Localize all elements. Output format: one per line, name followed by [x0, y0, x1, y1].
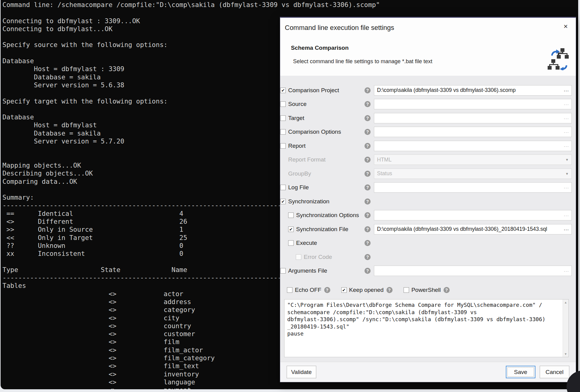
comparison-options-input[interactable]: ... — [374, 127, 572, 137]
validate-button[interactable]: Validate — [287, 366, 316, 378]
bat-options-row: Echo OFF ? ✔ Keep opened ? PowerShell ? — [287, 284, 461, 296]
browse-icon[interactable]: ... — [564, 100, 569, 107]
report-checkbox[interactable] — [280, 143, 286, 149]
browse-icon[interactable]: ... — [564, 87, 569, 93]
comparison-options-checkbox[interactable] — [280, 129, 286, 135]
browse-icon[interactable]: ... — [564, 226, 569, 232]
powershell-option: PowerShell ? — [404, 287, 450, 293]
log-file-checkbox[interactable] — [280, 185, 286, 190]
row-execute: Execute ? — [280, 236, 576, 250]
help-icon[interactable]: ? — [364, 87, 371, 93]
check-icon: ✔ — [281, 199, 285, 204]
powershell-checkbox[interactable] — [404, 287, 409, 293]
comparison-options-label: Comparison Options — [288, 129, 341, 135]
error-code-label: Error Code — [304, 254, 332, 260]
help-icon[interactable]: ? — [364, 184, 371, 191]
source-label: Source — [288, 101, 306, 107]
row-comparison-project: ✔ Comparison Project ? D:\comp\sakila (d… — [280, 83, 576, 97]
browse-icon[interactable]: ... — [564, 184, 569, 190]
cancel-button[interactable]: Cancel — [540, 366, 569, 378]
report-label: Report — [288, 143, 306, 149]
row-synchronization: ✔ Synchronization ? — [280, 194, 576, 209]
help-icon[interactable]: ? — [364, 171, 371, 177]
comparison-project-input[interactable]: D:\comp\sakila (dbfmylast-3309 vs dbfmyl… — [374, 85, 572, 96]
bat-file-text-area[interactable]: "C:\Program Files\Devart\dbForge Schema … — [284, 299, 569, 357]
keep-opened-option: ✔ Keep opened ? — [341, 287, 393, 293]
scrollbar[interactable]: ▲ ▼ — [563, 299, 568, 357]
section-description: Select command line file settings to man… — [293, 58, 432, 65]
row-log-file: Log File ? ... — [280, 181, 576, 195]
target-checkbox[interactable] — [280, 115, 286, 121]
keep-opened-label: Keep opened — [349, 287, 384, 293]
row-report-format: Report Format ? HTML▼ — [280, 153, 576, 167]
browse-icon[interactable]: ... — [564, 128, 569, 134]
row-comparison-options: Comparison Options ? ... — [280, 125, 576, 139]
help-icon[interactable]: ? — [364, 254, 371, 260]
log-file-input[interactable]: ... — [374, 182, 572, 193]
comparison-project-label: Comparison Project — [288, 87, 339, 94]
settings-rows: ✔ Comparison Project ? D:\comp\sakila (d… — [280, 83, 576, 278]
arguments-file-checkbox[interactable] — [280, 268, 286, 274]
help-icon[interactable]: ? — [364, 268, 371, 274]
log-file-label: Log File — [288, 184, 309, 191]
source-checkbox[interactable] — [280, 101, 286, 107]
scroll-down-icon[interactable]: ▼ — [563, 352, 568, 356]
help-icon[interactable]: ? — [364, 212, 371, 218]
arguments-file-label: Arguments File — [288, 267, 327, 274]
target-input[interactable]: ... — [374, 113, 572, 123]
keep-opened-checkbox[interactable]: ✔ — [341, 287, 347, 293]
bat-file-text: "C:\Program Files\Devart\dbForge Schema … — [285, 299, 568, 337]
help-icon[interactable]: ? — [324, 287, 330, 293]
execute-label: Execute — [296, 240, 317, 246]
source-input[interactable]: ... — [374, 99, 572, 109]
synchronization-options-label: Synchronization Options — [296, 212, 359, 219]
check-icon: ✔ — [342, 288, 346, 292]
synchronization-options-checkbox[interactable] — [288, 212, 294, 218]
echo-off-label: Echo OFF — [295, 287, 321, 293]
help-icon[interactable]: ? — [386, 287, 393, 293]
check-icon: ✔ — [289, 227, 293, 231]
scroll-up-icon[interactable]: ▲ — [563, 301, 568, 304]
help-icon[interactable]: ? — [364, 226, 371, 232]
target-label: Target — [288, 115, 304, 122]
row-synchronization-options: Synchronization Options ? ... — [280, 209, 576, 223]
command-line-settings-dialog: Command line execution file settings ✕ S… — [280, 17, 576, 382]
row-target: Target ? ... — [280, 111, 576, 125]
chevron-down-icon: ▼ — [565, 172, 569, 176]
synchronization-file-input[interactable]: D:\comp\sakila (dbfmylast-3309 vs dbfmyl… — [374, 224, 572, 234]
help-icon[interactable]: ? — [364, 240, 371, 246]
synchronization-checkbox[interactable]: ✔ — [280, 199, 286, 204]
help-icon[interactable]: ? — [364, 101, 371, 107]
groupby-select: Status▼ — [374, 169, 572, 179]
chevron-down-icon: ▼ — [565, 158, 569, 162]
browse-icon[interactable]: ... — [564, 212, 569, 218]
synchronization-label: Synchronization — [288, 198, 329, 205]
help-icon[interactable]: ? — [364, 129, 371, 135]
check-icon: ✔ — [281, 88, 285, 93]
browse-icon[interactable]: ... — [564, 267, 569, 273]
help-icon[interactable]: ? — [364, 115, 371, 121]
dialog-header: Command line execution file settings ✕ S… — [280, 18, 576, 76]
section-heading: Schema Comparison — [291, 45, 349, 51]
comparison-project-checkbox[interactable]: ✔ — [280, 88, 286, 93]
echo-off-checkbox[interactable] — [287, 287, 292, 293]
powershell-label: PowerShell — [411, 287, 441, 293]
row-arguments-file: Arguments File ? ... — [280, 264, 576, 278]
help-icon[interactable]: ? — [364, 157, 371, 163]
arguments-file-input[interactable]: ... — [374, 266, 572, 276]
help-icon[interactable]: ? — [364, 143, 371, 149]
browse-icon[interactable]: ... — [564, 114, 569, 121]
synchronization-options-input[interactable]: ... — [374, 210, 572, 220]
save-button[interactable]: Save — [506, 366, 535, 378]
close-icon[interactable]: ✕ — [561, 22, 570, 31]
execute-checkbox[interactable] — [288, 240, 294, 246]
schema-compare-icon — [548, 46, 571, 70]
row-report: Report ? ... — [280, 139, 576, 153]
report-input[interactable]: ... — [374, 141, 572, 151]
echo-off-option: Echo OFF ? — [287, 287, 330, 293]
row-error-code: Error Code ? — [280, 250, 576, 264]
help-icon[interactable]: ? — [364, 198, 371, 205]
browse-icon[interactable]: ... — [564, 142, 569, 148]
help-icon[interactable]: ? — [444, 287, 450, 293]
synchronization-file-checkbox[interactable]: ✔ — [288, 227, 294, 232]
